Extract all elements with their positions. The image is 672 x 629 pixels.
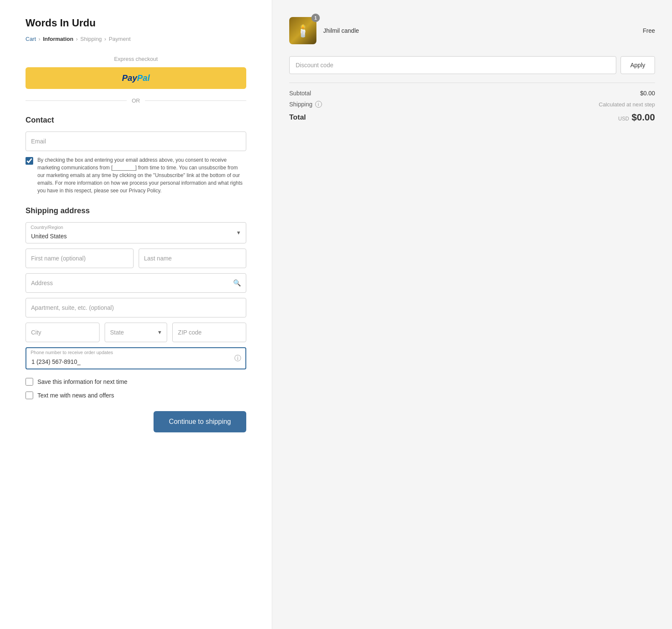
continue-to-shipping-button[interactable]: Continue to shipping (154, 411, 246, 432)
breadcrumb-cart[interactable]: Cart (26, 36, 36, 42)
product-image-wrapper: 🕯️ 1 (289, 17, 316, 44)
breadcrumb-sep-3: › (104, 36, 106, 42)
divider-line-left (26, 100, 127, 101)
subtotal-value: $0.00 (640, 90, 655, 97)
shipping-row: Shipping i Calculated at next step (289, 101, 655, 108)
city-field[interactable] (26, 323, 100, 342)
save-info-checkbox[interactable] (26, 378, 33, 386)
phone-label: Phone number to receive order updates (31, 350, 113, 355)
paypal-logo: PayPal (122, 73, 150, 83)
currency-label: USD (618, 116, 629, 122)
subtotal-row: Subtotal $0.00 (289, 90, 655, 97)
shipping-value: Calculated at next step (599, 101, 655, 108)
zip-field[interactable] (172, 323, 246, 342)
country-select-wrapper: Country/Region United States ▼ (26, 222, 246, 243)
product-row: 🕯️ 1 Jhilmil candle Free (289, 17, 655, 44)
state-wrapper: State ▼ (105, 323, 168, 342)
paypal-button[interactable]: PayPal (26, 67, 246, 89)
last-name-field[interactable] (139, 249, 247, 268)
subtotal-label: Subtotal (289, 90, 311, 97)
discount-code-input[interactable] (289, 56, 616, 74)
shipping-address-title: Shipping address (26, 206, 246, 215)
product-image: 🕯️ (289, 17, 316, 44)
phone-wrapper: Phone number to receive order updates ⓘ (26, 347, 246, 369)
or-label: OR (132, 97, 140, 104)
save-info-label: Save this information for next time (37, 378, 128, 385)
product-name: Jhilmil candle (323, 27, 636, 34)
save-info-row: Save this information for next time (26, 378, 246, 386)
grand-total-right: USD $0.00 (618, 112, 655, 123)
total-label: Total (289, 113, 306, 122)
totals-section: Subtotal $0.00 Shipping i Calculated at … (289, 83, 655, 123)
consent-box: By checking the box and entering your em… (26, 156, 246, 194)
right-panel: 🕯️ 1 Jhilmil candle Free Apply Subtotal … (272, 0, 672, 629)
state-select[interactable]: State (105, 323, 168, 342)
country-label: Country/Region (31, 225, 63, 230)
apt-wrapper (26, 298, 246, 317)
name-row (26, 249, 246, 268)
text-me-row: Text me with news and offers (26, 392, 246, 399)
first-name-field[interactable] (26, 249, 134, 268)
consent-checkbox[interactable] (26, 157, 33, 165)
left-panel: Words In Urdu Cart › Information › Shipp… (0, 0, 272, 629)
breadcrumb-shipping: Shipping (80, 36, 102, 42)
breadcrumb: Cart › Information › Shipping › Payment (26, 36, 246, 42)
shipping-label: Shipping i (289, 101, 322, 108)
discount-row: Apply (289, 56, 655, 74)
product-quantity-badge: 1 (311, 14, 320, 22)
store-name: Words In Urdu (26, 17, 246, 29)
info-icon[interactable]: ⓘ (234, 354, 241, 363)
breadcrumb-sep-1: › (39, 36, 40, 42)
email-field[interactable] (26, 132, 246, 151)
address-wrapper: 🔍 (26, 273, 246, 293)
address-field[interactable] (26, 273, 246, 293)
breadcrumb-sep-2: › (76, 36, 77, 42)
divider-line-right (145, 100, 246, 101)
apt-field[interactable] (26, 298, 246, 317)
total-value: $0.00 (632, 112, 655, 123)
product-price: Free (643, 27, 655, 34)
text-me-label: Text me with news and offers (37, 392, 114, 399)
email-wrapper (26, 132, 246, 151)
contact-title: Contact (26, 116, 246, 125)
continue-btn-wrapper: Continue to shipping (26, 411, 246, 432)
grand-total-row: Total USD $0.00 (289, 112, 655, 123)
consent-text: By checking the box and entering your em… (37, 156, 246, 194)
search-icon: 🔍 (233, 279, 241, 287)
text-me-checkbox[interactable] (26, 392, 33, 399)
apply-discount-button[interactable]: Apply (621, 56, 655, 74)
breadcrumb-payment: Payment (109, 36, 131, 42)
breadcrumb-information: Information (43, 36, 74, 42)
or-divider: OR (26, 97, 246, 104)
shipping-info-icon[interactable]: i (315, 101, 322, 108)
city-state-row: State ▼ (26, 323, 246, 342)
shipping-section: Shipping address Country/Region United S… (26, 206, 246, 432)
express-checkout-label: Express checkout (26, 56, 246, 62)
